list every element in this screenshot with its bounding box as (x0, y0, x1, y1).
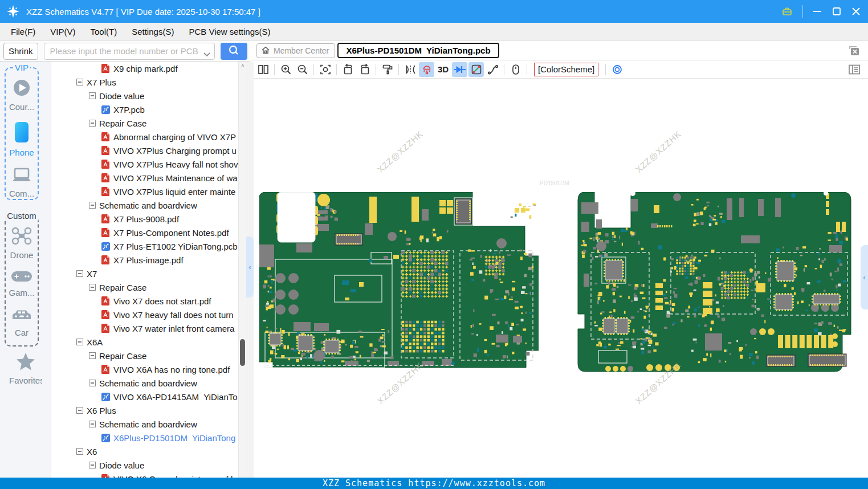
highlight-lamp-button[interactable] (419, 62, 434, 77)
tree-item-label: X7 Plus (87, 78, 116, 87)
mirror-flip-button[interactable] (402, 62, 418, 77)
tree-item[interactable]: X6Plus-PD1501DM YiDianTong (51, 431, 238, 445)
collapse-expander-icon[interactable] (89, 202, 96, 209)
tree-item[interactable]: Repair Case (51, 280, 238, 294)
tree-item[interactable]: VIVO X7Plus Heavy fall not shov (51, 157, 238, 171)
collapse-expander-icon[interactable] (89, 421, 96, 427)
tree-item[interactable]: Repair Case (51, 349, 238, 362)
menu-tool[interactable]: Tool(T) (83, 27, 125, 36)
side-panel-toggle-icon[interactable] (847, 63, 861, 79)
tree-item-label: Schematic and boardview (99, 419, 197, 429)
tree-item[interactable]: Schematic and boardview (51, 376, 238, 390)
sidebar-item-courses[interactable]: Cour... (6, 78, 38, 112)
measure-button[interactable] (468, 62, 484, 77)
tree-item[interactable]: Diode value (51, 89, 238, 103)
curve-tool-button[interactable] (485, 62, 500, 77)
collapse-expander-icon[interactable] (76, 448, 83, 455)
close-button[interactable] (851, 6, 861, 17)
tree-item[interactable]: Abnormal charging of VIVO X7P (51, 130, 238, 144)
tree-item[interactable]: VIVO X7Plus Maintenance of wa (51, 171, 238, 185)
tree-item[interactable]: VIVO X7Plus liquid enter mainte (51, 185, 238, 198)
zoom-out-button[interactable] (295, 62, 310, 77)
tree-item[interactable]: X7 Plus (51, 75, 238, 89)
mouse-mode-button[interactable] (508, 62, 523, 77)
sidebar-item-game[interactable]: Gam... (6, 269, 38, 298)
collapse-expander-icon[interactable] (89, 352, 96, 359)
chevron-down-icon[interactable] (203, 49, 210, 59)
fit-view-button[interactable] (317, 62, 333, 77)
tree-item[interactable]: VIVO X7Plus Charging prompt u (51, 144, 238, 157)
scroll-up-arrow-icon[interactable]: ˄ (239, 63, 246, 69)
member-center-button[interactable]: Member Center (256, 43, 335, 58)
tree-item[interactable]: X7P.pcb (51, 103, 238, 116)
tree-item[interactable]: VIVO X6A-PD1415AM YiDianTo (51, 390, 238, 404)
paint-roller-button[interactable] (380, 62, 395, 77)
collapse-expander-icon[interactable] (76, 270, 83, 277)
search-button[interactable] (221, 43, 247, 60)
tree-item[interactable]: VIVO X6A has no ring tone.pdf (51, 362, 238, 376)
menu-pcb-view-settings[interactable]: PCB View settings(S) (181, 27, 278, 36)
tree-item[interactable]: X7 Plus-9008.pdf (51, 212, 238, 226)
tree-item[interactable]: Schematic and boardview (51, 417, 238, 431)
tree-item[interactable]: X6A (51, 335, 238, 349)
pcb-board-top-view[interactable] (259, 192, 539, 373)
tree-scrollbar[interactable]: ˄ (238, 62, 246, 478)
tree-item[interactable]: X7 (51, 267, 238, 280)
board-model-label: PD1501DM (540, 180, 569, 186)
search-input[interactable] (44, 43, 215, 60)
collapse-expander-icon[interactable] (76, 79, 83, 85)
close-all-tabs-icon[interactable] (847, 44, 860, 59)
menu-vip[interactable]: VIP(V) (43, 27, 83, 36)
license-briefcase-icon[interactable] (781, 5, 793, 18)
collapse-expander-icon[interactable] (76, 407, 83, 414)
tree-item[interactable]: Vivo X7 heavy fall does not turn (51, 308, 238, 321)
tree-item[interactable]: X7 Plus-ET1002 YiDianTong.pcb (51, 239, 238, 253)
maximize-button[interactable] (832, 6, 842, 17)
menu-settings[interactable]: Settings(S) (124, 27, 181, 36)
menu-file[interactable]: File(F) (3, 27, 43, 36)
window-title: XZZ Schematics V4.77 [ VIP Due date: 202… (26, 7, 260, 17)
sidebar-item-car[interactable]: Car (6, 307, 38, 337)
collapse-right-panel-handle[interactable]: ‹ (861, 245, 868, 309)
collapse-expander-icon[interactable] (89, 380, 96, 386)
watermark: XZZ@XZZHK (634, 129, 683, 175)
pcb-board-bottom-view[interactable] (577, 192, 855, 378)
collapse-expander-icon[interactable] (89, 120, 96, 127)
tree-item-label: Diode value (99, 461, 144, 470)
shrink-button[interactable]: Shrink (3, 43, 38, 60)
collapse-tree-handle[interactable]: ‹ (246, 237, 254, 298)
tab-active-pcb[interactable]: X6Plus-PD1501DM YiDianTong.pcb (337, 43, 499, 58)
color-scheme-button[interactable]: [ColorScheme] (534, 63, 598, 76)
collapse-expander-icon[interactable] (76, 339, 83, 345)
sidebar-item-favorites[interactable]: Favorites (0, 352, 51, 385)
tree-item[interactable]: X6 (51, 445, 238, 458)
sidebar-item-computer[interactable]: Com... (6, 166, 38, 198)
diode-test-button[interactable] (452, 62, 467, 77)
tree-item[interactable]: Diode value (51, 458, 238, 472)
minimize-button[interactable] (812, 6, 822, 17)
laptop-icon (10, 166, 33, 187)
split-view-button[interactable] (255, 62, 271, 77)
sidebar-item-phone[interactable]: Phone (6, 121, 38, 157)
tree-item[interactable]: X9 chip mark.pdf (51, 62, 238, 75)
tree-item[interactable]: X7 Plus-Component Notes.pdf (51, 226, 238, 239)
rotate-left-button[interactable] (340, 62, 356, 77)
tree-item[interactable]: Vivo X7 does not start.pdf (51, 294, 238, 308)
tree-item[interactable]: VIVO X6 Ground resistance of b (51, 472, 238, 478)
statusbar: XZZ Schematics https://www.xzztools.com (0, 478, 868, 489)
sidebar-item-drone[interactable]: Drone (6, 226, 38, 260)
tree-item[interactable]: X7 Plus-image.pdf (51, 253, 238, 267)
collapse-expander-icon[interactable] (89, 462, 96, 468)
tree-item[interactable]: Repair Case (51, 116, 238, 130)
collapse-expander-icon[interactable] (89, 92, 96, 99)
three-d-button[interactable]: 3D (435, 62, 451, 77)
tree-item[interactable]: Schematic and boardview (51, 198, 238, 212)
tree-item[interactable]: X6 Plus (51, 404, 238, 417)
rotate-right-button[interactable] (357, 62, 372, 77)
zoom-in-button[interactable] (278, 62, 294, 77)
pcb-canvas[interactable]: PD1501DM XZZ@XZZHK XZZ@XZZHK XZZ@XZZHK X… (254, 79, 868, 478)
layer-overlay-button[interactable] (609, 62, 625, 77)
scrollbar-thumb[interactable] (240, 339, 245, 366)
tree-item[interactable]: Vivo X7 water inlet front camera (51, 321, 238, 335)
collapse-expander-icon[interactable] (89, 284, 96, 291)
